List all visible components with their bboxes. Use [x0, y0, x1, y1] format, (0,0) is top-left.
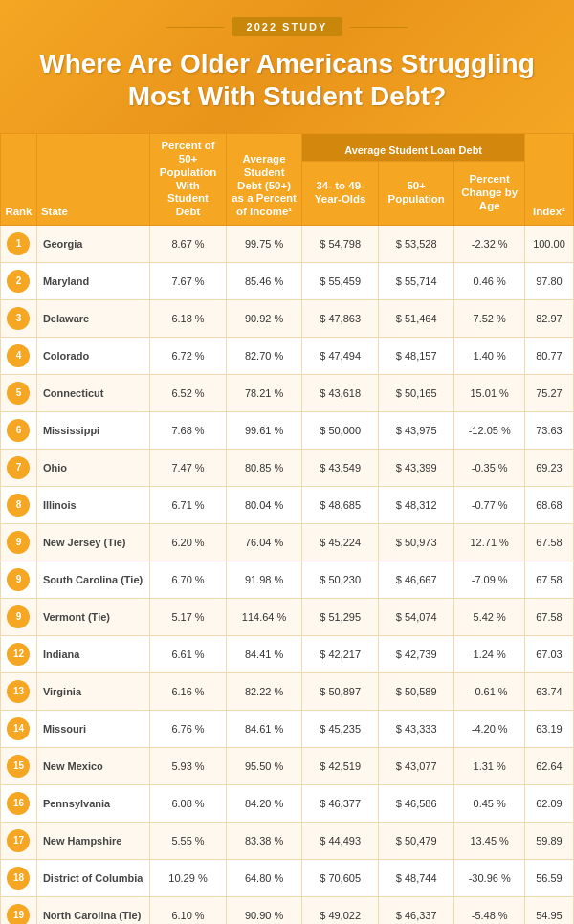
data-cell: 80.77: [524, 337, 573, 374]
data-cell: -7.09 %: [454, 561, 524, 598]
data-cell: $ 43,975: [378, 411, 454, 449]
data-cell: 68.68: [524, 486, 573, 523]
data-cell: 67.58: [524, 598, 573, 635]
data-cell: 5.93 %: [150, 747, 227, 784]
data-cell: 54.95: [524, 896, 573, 924]
rank-badge: 9: [7, 531, 30, 554]
data-cell: 7.67 %: [150, 262, 227, 299]
rank-badge: 9: [7, 605, 30, 628]
state-cell: North Carolina (Tie): [36, 896, 149, 924]
state-cell: Maryland: [36, 262, 149, 299]
table-row: 8Illinois6.71 %80.04 %$ 48,685$ 48,312-0…: [1, 486, 574, 523]
data-cell: $ 43,077: [378, 747, 454, 784]
state-cell: Mississippi: [36, 411, 149, 449]
table-row: 2Maryland7.67 %85.46 %$ 55,459$ 55,7140.…: [1, 262, 574, 299]
rank-badge: 7: [7, 456, 30, 479]
table-row: 15New Mexico5.93 %95.50 %$ 42,519$ 43,07…: [1, 747, 574, 784]
rank-badge: 2: [7, 270, 30, 293]
rank-badge: 9: [7, 568, 30, 591]
data-cell: $ 48,157: [378, 337, 454, 374]
data-cell: 90.90 %: [226, 896, 302, 924]
state-cell: New Mexico: [36, 747, 149, 784]
data-cell: 99.61 %: [226, 411, 302, 449]
data-cell: 63.74: [524, 672, 573, 710]
data-cell: 0.46 %: [454, 262, 524, 299]
data-cell: 80.04 %: [226, 486, 302, 523]
data-cell: -30.96 %: [454, 859, 524, 896]
data-cell: 76.04 %: [226, 523, 302, 561]
data-cell: $ 46,377: [302, 784, 379, 822]
data-cell: $ 50,897: [302, 672, 379, 710]
rank-badge: 3: [7, 307, 30, 330]
rank-badge: 19: [7, 904, 30, 924]
rank-cell: 15: [1, 747, 37, 784]
data-cell: 6.18 %: [150, 299, 227, 337]
data-cell: $ 47,863: [302, 299, 379, 337]
table-row: 9South Carolina (Tie)6.70 %91.98 %$ 50,2…: [1, 561, 574, 598]
data-cell: 114.64 %: [226, 598, 302, 635]
data-cell: 6.52 %: [150, 374, 227, 411]
table-row: 16Pennsylvania6.08 %84.20 %$ 46,377$ 46,…: [1, 784, 574, 822]
data-cell: $ 45,224: [302, 523, 379, 561]
data-cell: $ 55,459: [302, 262, 379, 299]
col-state: State: [36, 134, 149, 226]
data-cell: $ 47,494: [302, 337, 379, 374]
data-cell: $ 50,230: [302, 561, 379, 598]
state-cell: Connecticut: [36, 374, 149, 411]
rank-badge: 6: [7, 419, 30, 442]
rank-cell: 2: [1, 262, 37, 299]
data-cell: 73.63: [524, 411, 573, 449]
data-cell: 82.22 %: [226, 672, 302, 710]
data-cell: 6.20 %: [150, 523, 227, 561]
table-row: 9Vermont (Tie)5.17 %114.64 %$ 51,295$ 54…: [1, 598, 574, 635]
data-cell: 82.97: [524, 299, 573, 337]
rank-badge: 1: [7, 232, 30, 255]
data-cell: 78.21 %: [226, 374, 302, 411]
data-cell: $ 70,605: [302, 859, 379, 896]
rank-cell: 9: [1, 523, 37, 561]
data-cell: 63.19: [524, 710, 573, 747]
table-container: Rank State Percent of 50+ Population Wit…: [0, 133, 574, 924]
data-cell: 6.61 %: [150, 635, 227, 672]
rank-cell: 5: [1, 374, 37, 411]
data-cell: -12.05 %: [454, 411, 524, 449]
data-cell: $ 46,337: [378, 896, 454, 924]
data-cell: 99.75 %: [226, 225, 302, 262]
data-cell: 5.55 %: [150, 822, 227, 859]
data-cell: 6.76 %: [150, 710, 227, 747]
col-pct50: Percent of 50+ Population With Student D…: [150, 134, 227, 226]
data-cell: 75.27: [524, 374, 573, 411]
rank-cell: 3: [1, 299, 37, 337]
rank-cell: 6: [1, 411, 37, 449]
table-row: 17New Hampshire5.55 %83.38 %$ 44,493$ 50…: [1, 822, 574, 859]
data-cell: 90.92 %: [226, 299, 302, 337]
table-row: 5Connecticut6.52 %78.21 %$ 43,618$ 50,16…: [1, 374, 574, 411]
data-cell: 7.52 %: [454, 299, 524, 337]
data-cell: $ 54,074: [378, 598, 454, 635]
data-cell: $ 43,399: [378, 449, 454, 486]
data-cell: 6.72 %: [150, 337, 227, 374]
data-cell: 64.80 %: [226, 859, 302, 896]
state-cell: District of Columbia: [36, 859, 149, 896]
data-cell: $ 43,333: [378, 710, 454, 747]
data-cell: 84.41 %: [226, 635, 302, 672]
rank-badge: 8: [7, 494, 30, 517]
data-cell: $ 48,685: [302, 486, 379, 523]
data-cell: -2.32 %: [454, 225, 524, 262]
state-cell: Pennsylvania: [36, 784, 149, 822]
data-cell: $ 44,493: [302, 822, 379, 859]
data-cell: 7.68 %: [150, 411, 227, 449]
rank-badge: 16: [7, 792, 30, 815]
rank-badge: 17: [7, 829, 30, 852]
table-row: 1Georgia8.67 %99.75 %$ 54,798$ 53,528-2.…: [1, 225, 574, 262]
data-cell: 6.08 %: [150, 784, 227, 822]
rank-cell: 18: [1, 859, 37, 896]
rank-cell: 9: [1, 561, 37, 598]
table-row: 19North Carolina (Tie)6.10 %90.90 %$ 49,…: [1, 896, 574, 924]
data-cell: 7.47 %: [150, 449, 227, 486]
data-cell: 67.58: [524, 523, 573, 561]
table-row: 6Mississippi7.68 %99.61 %$ 50,000$ 43,97…: [1, 411, 574, 449]
data-cell: $ 51,464: [378, 299, 454, 337]
col-asld: Average Student Loan Debt: [302, 134, 525, 161]
state-cell: South Carolina (Tie): [36, 561, 149, 598]
